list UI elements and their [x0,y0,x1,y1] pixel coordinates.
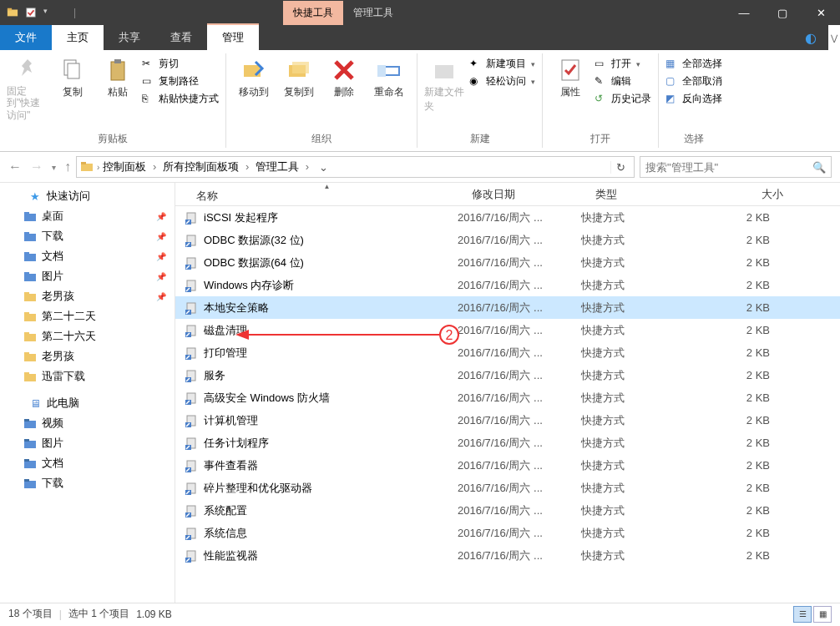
cut-button[interactable]: ✂剪切 [142,57,219,71]
search-input[interactable] [645,161,812,174]
sidebar-item[interactable]: 迅雷下载 [0,366,175,386]
file-row[interactable]: 性能监视器 2016/7/16/周六 ... 快捷方式 2 KB [175,544,840,567]
help-icon[interactable]: ◐ [793,25,828,50]
file-row[interactable]: 计算机管理 2016/7/16/周六 ... 快捷方式 2 KB [175,409,840,432]
sidebar-item[interactable]: 视频 [0,413,175,433]
maximize-button[interactable]: ▢ [763,0,802,25]
file-row[interactable]: Windows 内存诊断 2016/7/16/周六 ... 快捷方式 2 KB [175,274,840,296]
copy-to-button[interactable]: 复制到 [278,53,320,99]
new-item-button[interactable]: ✦新建项目▾ [469,57,535,71]
search-box[interactable]: 🔍 [640,156,832,178]
up-button[interactable]: ↑ [64,159,71,174]
sidebar-item[interactable]: 第二十二天 [0,306,175,326]
copy-icon [59,57,86,83]
properties-icon[interactable] [25,7,37,18]
file-date: 2016/7/16/周六 ... [451,278,574,293]
move-to-button[interactable]: 移动到 [233,53,275,99]
file-type: 快捷方式 [574,300,701,316]
file-row[interactable]: iSCSI 发起程序 2016/7/16/周六 ... 快捷方式 2 KB [175,206,840,229]
tab-manage[interactable]: 管理 [207,25,259,50]
sidebar-quick-access[interactable]: ★ 快速访问 [0,186,175,206]
file-row[interactable]: 打印管理 2016/7/16/周六 ... 快捷方式 2 KB [175,341,840,364]
tab-home[interactable]: 主页 [52,25,104,50]
forward-button[interactable]: → [30,159,43,174]
breadcrumb-item[interactable]: 管理工具 [256,159,312,174]
rename-button[interactable]: 重命名 [368,53,410,99]
invert-selection-button[interactable]: ◩反向选择 [665,92,722,106]
address-dropdown-icon[interactable]: ⌄ [316,161,331,174]
copy-path-button[interactable]: ▭复制路径 [142,74,219,88]
navigation-pane[interactable]: ★ 快速访问 桌面📌下载📌文档📌图片📌老男孩📌第二十二天第二十六天老男孩迅雷下载… [0,183,175,603]
sidebar-item[interactable]: 文档📌 [0,246,175,266]
sidebar-item[interactable]: 老男孩 [0,346,175,366]
easy-access-button[interactable]: ◉轻松访问▾ [469,74,535,88]
paste-button[interactable]: 粘贴 [97,53,139,99]
column-name[interactable]: ▲名称 [190,185,465,204]
file-type: 快捷方式 [574,481,701,496]
sidebar-item[interactable]: 桌面📌 [0,206,175,226]
edit-button[interactable]: ✎编辑 [595,74,651,88]
file-type: 快捷方式 [574,346,701,361]
minimize-button[interactable]: — [725,0,763,25]
file-row[interactable]: 高级安全 Windows 防火墙 2016/7/16/周六 ... 快捷方式 2… [175,386,840,409]
svg-rect-22 [24,274,36,281]
file-list[interactable]: iSCSI 发起程序 2016/7/16/周六 ... 快捷方式 2 KB OD… [175,206,840,603]
sidebar-item[interactable]: 下载📌 [0,226,175,246]
sidebar-item[interactable]: 图片 [0,433,175,453]
crumb-dropdown[interactable]: › [97,163,99,172]
select-all-button[interactable]: ▦全部选择 [665,57,722,71]
close-button[interactable]: ✕ [802,0,840,25]
search-icon[interactable]: 🔍 [812,161,826,174]
file-row[interactable]: 本地安全策略 2016/7/16/周六 ... 快捷方式 2 KB [175,296,840,319]
column-date[interactable]: 修改日期 [465,187,589,202]
details-view-button[interactable]: ☰ [793,606,812,623]
delete-button[interactable]: 删除 [323,53,365,99]
thumbnails-view-button[interactable]: ▦ [813,606,832,623]
sidebar-item[interactable]: 文档 [0,453,175,473]
sidebar-item[interactable]: 图片📌 [0,266,175,286]
sidebar-item[interactable]: 下载 [0,473,175,493]
file-row[interactable]: ODBC 数据源(64 位) 2016/7/16/周六 ... 快捷方式 2 K… [175,251,840,274]
breadcrumb-item[interactable]: 所有控制面板项 [163,159,252,174]
file-row[interactable]: 事件查看器 2016/7/16/周六 ... 快捷方式 2 KB [175,454,840,477]
file-row[interactable]: 系统配置 2016/7/16/周六 ... 快捷方式 2 KB [175,499,840,522]
address-bar[interactable]: › 控制面板 所有控制面板项 管理工具 ⌄ ↻ [76,156,635,178]
column-size[interactable]: 大小 [716,187,791,202]
history-button[interactable]: ↺历史记录 [595,92,651,106]
pin-icon: 📌 [156,212,166,221]
properties-button[interactable]: 属性 [549,53,591,99]
properties-icon [557,57,584,83]
file-row[interactable]: ODBC 数据源(32 位) 2016/7/16/周六 ... 快捷方式 2 K… [175,229,840,251]
recent-locations-button[interactable]: ▾ [52,163,56,172]
paste-shortcut-button[interactable]: ⎘粘贴快捷方式 [142,92,219,106]
svg-rect-41 [24,479,29,482]
copy-button[interactable]: 复制 [52,53,94,99]
column-type[interactable]: 类型 [589,187,716,202]
back-button[interactable]: ← [8,159,22,174]
tab-share[interactable]: 共享 [104,25,155,50]
breadcrumb-item[interactable]: 控制面板 [103,159,159,174]
svg-rect-20 [24,254,36,261]
new-folder-button[interactable]: 新建文件夹 [424,53,466,114]
contextual-tab-shortcut-tools[interactable]: 快捷工具 [283,1,343,25]
tab-view[interactable]: 查看 [155,25,207,50]
file-name: 打印管理 [204,346,247,361]
file-row[interactable]: 任务计划程序 2016/7/16/周六 ... 快捷方式 2 KB [175,432,840,454]
file-type: 快捷方式 [574,323,701,338]
refresh-button[interactable]: ↻ [610,161,630,174]
select-none-button[interactable]: ▢全部取消 [665,74,722,88]
file-size: 2 KB [701,504,770,517]
sidebar-item[interactable]: 第二十六天 [0,326,175,346]
file-row[interactable]: 系统信息 2016/7/16/周六 ... 快捷方式 2 KB [175,522,840,544]
pin-to-quick-access-button[interactable]: 固定到"快速访问" [7,53,48,121]
file-row[interactable]: 磁盘清理 2016/7/16/周六 ... 快捷方式 2 KB [175,319,840,341]
folder-icon [23,270,37,283]
tab-file[interactable]: 文件 [0,25,52,50]
file-row[interactable]: 碎片整理和优化驱动器 2016/7/16/周六 ... 快捷方式 2 KB [175,477,840,499]
qat-dropdown-icon[interactable]: ▾ [43,7,55,18]
file-row[interactable]: 服务 2016/7/16/周六 ... 快捷方式 2 KB [175,364,840,386]
sidebar-this-pc[interactable]: 🖥 此电脑 [0,393,175,413]
collapse-ribbon-button[interactable]: ⋁ [828,25,840,50]
sidebar-item[interactable]: 老男孩📌 [0,286,175,306]
open-button[interactable]: ▭打开▾ [595,57,651,71]
